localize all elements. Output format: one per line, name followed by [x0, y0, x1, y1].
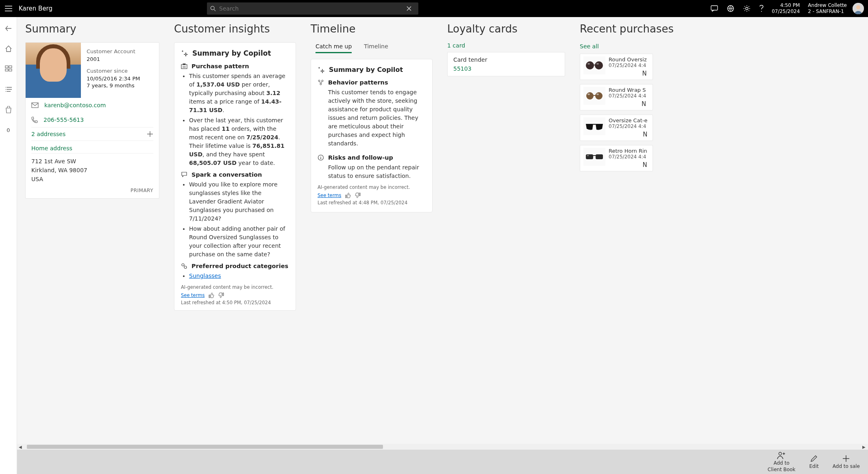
- svg-point-20: [595, 61, 603, 69]
- insights-footer: AI-generated content may be incorrect. S…: [181, 284, 289, 298]
- add-to-sale-button[interactable]: Add to sale: [833, 455, 860, 469]
- topbar: Karen Berg 4:50 PM 07/25/2024 Andrew Col…: [0, 0, 868, 17]
- addresses-link[interactable]: 2 addresses: [31, 131, 65, 137]
- scroll-left-icon[interactable]: ◀: [19, 445, 23, 449]
- timeline-column: Timeline Catch me up Timeline Summary by…: [311, 23, 433, 444]
- horizontal-scrollbar[interactable]: ◀ ▶: [17, 444, 868, 450]
- modules-button[interactable]: [0, 63, 17, 75]
- purchase-item[interactable]: Round Oversiz 07/25/2024 4:4 N: [580, 54, 653, 80]
- avatar[interactable]: [853, 3, 864, 14]
- primary-tag: PRIMARY: [31, 188, 153, 193]
- svg-rect-30: [586, 154, 593, 159]
- card-tender-value: 55103: [453, 65, 559, 72]
- chat-icon[interactable]: [711, 5, 718, 12]
- product-qty: N: [609, 70, 647, 77]
- svg-point-19: [586, 61, 594, 69]
- loyalty-count-link[interactable]: 1 card: [447, 42, 565, 49]
- see-all-link[interactable]: See all: [580, 43, 599, 50]
- email-row[interactable]: karenb@contoso.com: [26, 98, 159, 113]
- hamburger-menu[interactable]: [0, 0, 17, 17]
- insights-card: Summary by Copilot Purchase pattern This…: [174, 42, 296, 311]
- search-clear[interactable]: [406, 6, 415, 11]
- product-thumb: [583, 117, 605, 135]
- back-arrow-icon: [5, 26, 12, 31]
- purchase-item[interactable]: Round Wrap S 07/25/2024 4:4 N: [580, 84, 653, 110]
- svg-point-23: [596, 63, 599, 65]
- scrollbar-thumb[interactable]: [27, 445, 383, 449]
- phone-row[interactable]: 206-555-5613: [26, 113, 159, 127]
- help-icon[interactable]: [759, 5, 764, 12]
- timeline-card: Summary by Copilot Behavior patterns Thi…: [311, 59, 433, 212]
- modules-icon: [5, 65, 12, 73]
- sunglasses-icon: [585, 152, 604, 162]
- product-date: 07/25/2024 4:4: [609, 93, 646, 99]
- summary-card: Customer Account 2001 Customer since 10/…: [25, 42, 159, 199]
- tab-catch-me-up[interactable]: Catch me up: [315, 41, 352, 53]
- thumbs-down-button[interactable]: [218, 292, 224, 298]
- add-address-button[interactable]: [147, 131, 153, 137]
- chat-bubble-icon: [181, 171, 187, 178]
- insights-column: Customer insights Summary by Copilot Pur…: [174, 23, 296, 444]
- add-to-client-book-button[interactable]: Add to Client Book: [768, 451, 795, 472]
- addr-line2: Kirkland, WA 98007: [31, 166, 153, 175]
- back-button[interactable]: [0, 23, 17, 34]
- email-link[interactable]: karenb@contoso.com: [44, 102, 106, 108]
- plus-icon: [147, 131, 153, 137]
- see-terms-link[interactable]: See terms: [318, 193, 341, 198]
- loyalty-card[interactable]: Card tender 55103: [447, 52, 565, 76]
- thumbs-down-button[interactable]: [355, 193, 361, 198]
- svg-rect-7: [5, 66, 8, 68]
- customer-name: Karen Berg: [19, 5, 52, 12]
- purchase-item[interactable]: Retro Horn Rin 07/25/2024 4:4 N: [580, 145, 653, 171]
- thumbs-up-icon: [345, 193, 351, 198]
- thumbs-up-button[interactable]: [209, 292, 214, 298]
- svg-rect-21: [594, 65, 595, 65]
- pp-bullet-1: This customer spends an average of 1,537…: [189, 72, 289, 115]
- list-button[interactable]: [0, 84, 17, 95]
- home-button[interactable]: [0, 43, 17, 54]
- svg-point-34: [779, 452, 782, 455]
- timeline-refreshed: Last refreshed at 4:48 PM, 07/25/2024: [318, 200, 426, 206]
- svg-rect-1: [711, 6, 718, 10]
- phone-icon: [31, 117, 38, 123]
- globe-icon[interactable]: [727, 5, 734, 12]
- card-tender-label: Card tender: [453, 56, 559, 63]
- purchases-column: Recent purchases See all Round Oversiz 0…: [580, 23, 653, 444]
- product-name: Round Oversiz: [609, 56, 647, 63]
- search-icon: [210, 6, 216, 11]
- purchase-item[interactable]: Oversize Cat-e 07/25/2024 4:4 N: [580, 115, 653, 141]
- gear-icon[interactable]: [743, 5, 751, 12]
- svg-point-25: [595, 92, 603, 100]
- phone-link[interactable]: 206-555-5613: [44, 117, 84, 123]
- svg-point-4: [761, 11, 762, 12]
- search-box[interactable]: [207, 2, 418, 15]
- user-location: 2 - SANFRAN-1: [808, 9, 847, 15]
- category-link[interactable]: Sunglasses: [189, 273, 221, 279]
- purchase-pattern-title: Purchase pattern: [191, 63, 249, 69]
- product-name: Round Wrap S: [609, 87, 646, 93]
- thumbs-up-button[interactable]: [345, 193, 351, 198]
- see-terms-link[interactable]: See terms: [181, 292, 204, 298]
- spark-title: Spark a conversation: [191, 171, 262, 178]
- product-date: 07/25/2024 4:4: [609, 63, 647, 68]
- loyalty-title: Loyalty cards: [447, 23, 565, 35]
- address-lines: 712 1st Ave SW Kirkland, WA 98007 USA: [31, 157, 153, 184]
- search-input[interactable]: [219, 5, 406, 12]
- behavior-text: This customer tends to engage actively w…: [328, 88, 426, 148]
- pp-bullet-2: Over the last year, this customer has pl…: [189, 116, 289, 167]
- svg-point-3: [746, 7, 748, 10]
- scroll-right-icon[interactable]: ▶: [862, 445, 866, 449]
- home-address-label[interactable]: Home address: [31, 141, 153, 154]
- pattern-icon: [181, 63, 187, 69]
- bag-button[interactable]: [0, 104, 17, 115]
- edit-button[interactable]: Edit: [809, 455, 819, 469]
- tab-timeline[interactable]: Timeline: [364, 41, 388, 53]
- timeline-footer: AI-generated content may be incorrect. S…: [318, 184, 426, 198]
- spark-bullet-1: Would you like to explore more sunglasse…: [189, 180, 289, 223]
- svg-rect-12: [181, 65, 187, 69]
- thumbs-down-icon: [355, 193, 361, 198]
- user-info[interactable]: Andrew Collette 2 - SANFRAN-1: [808, 2, 847, 15]
- sunglasses-icon: [585, 121, 604, 131]
- svg-rect-10: [9, 69, 12, 71]
- insights-title: Customer insights: [174, 23, 296, 35]
